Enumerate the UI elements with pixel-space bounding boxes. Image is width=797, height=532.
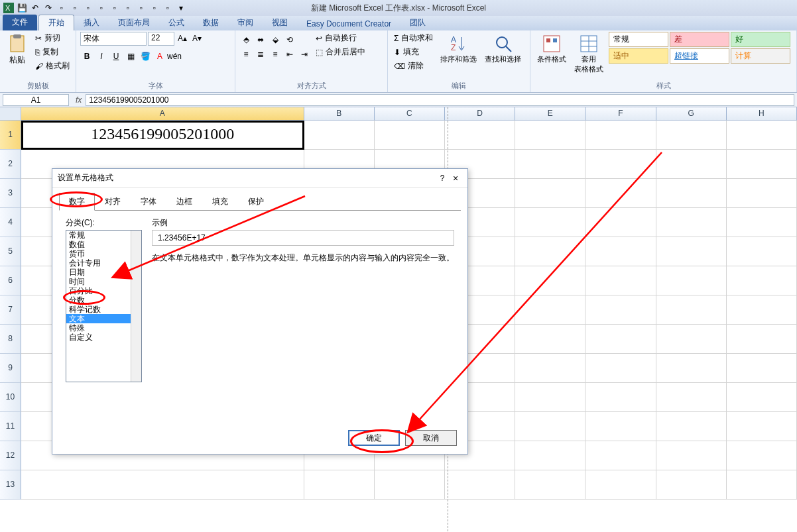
qat-icon[interactable]: ▫ [109, 2, 121, 14]
tab-home[interactable]: 开始 [38, 15, 74, 30]
cell[interactable] [656, 441, 727, 470]
cell[interactable] [727, 412, 797, 441]
save-icon[interactable]: 💾 [16, 2, 28, 14]
cell[interactable] [585, 470, 656, 500]
cell[interactable] [515, 237, 585, 266]
row-header-10[interactable]: 10 [0, 383, 21, 412]
cell[interactable] [515, 179, 585, 208]
cell[interactable] [656, 412, 727, 441]
row-header-11[interactable]: 11 [0, 412, 21, 441]
style-link[interactable]: 超链接 [670, 48, 729, 64]
grow-font-button[interactable]: A▴ [176, 32, 189, 45]
row-header-12[interactable]: 12 [0, 441, 21, 470]
cell[interactable] [585, 354, 656, 383]
cell[interactable] [515, 266, 585, 295]
cell[interactable] [515, 121, 585, 150]
cell[interactable] [304, 470, 375, 500]
cell[interactable] [727, 266, 797, 295]
format-as-table-button[interactable]: 套用 表格格式 [572, 32, 606, 76]
dlg-tab-alignment[interactable]: 对齐 [95, 193, 131, 211]
dlg-tab-protection[interactable]: 保护 [238, 193, 274, 211]
tab-edc[interactable]: Easy Document Creator [297, 17, 400, 30]
cell[interactable] [515, 354, 585, 383]
col-header-d[interactable]: D [445, 107, 515, 120]
style-bad[interactable]: 差 [670, 32, 729, 47]
tab-formulas[interactable]: 公式 [159, 15, 194, 30]
qat-icon[interactable]: ▫ [149, 2, 160, 14]
cell[interactable] [727, 383, 797, 412]
underline-button[interactable]: U [109, 50, 123, 63]
merge-center-button[interactable]: ⬚合并后居中 [314, 46, 367, 58]
cell[interactable] [585, 295, 656, 325]
cell[interactable] [585, 179, 656, 208]
border-button[interactable]: ▦ [124, 50, 137, 63]
row-header-7[interactable]: 7 [0, 295, 21, 325]
style-normal[interactable]: 常规 [609, 32, 668, 47]
cell[interactable] [727, 295, 797, 325]
cell[interactable] [445, 121, 515, 150]
formula-input[interactable]: 123456199005201000 [86, 94, 794, 106]
col-header-e[interactable]: E [515, 107, 585, 120]
indent-dec-button[interactable]: ⇤ [283, 48, 296, 61]
fx-icon[interactable]: fx [72, 95, 86, 105]
clear-button[interactable]: ⌫清除 [392, 60, 435, 72]
select-all-corner[interactable] [0, 107, 21, 120]
row-header-9[interactable]: 9 [0, 354, 21, 383]
col-header-h[interactable]: H [727, 107, 797, 120]
cell[interactable] [515, 470, 585, 500]
row-header-4[interactable]: 4 [0, 208, 21, 237]
cell[interactable] [656, 383, 727, 412]
cell[interactable] [375, 470, 445, 500]
cell[interactable] [585, 150, 656, 179]
align-center-button[interactable]: ≣ [254, 48, 267, 61]
row-header-1[interactable]: 1 [0, 121, 21, 150]
cell[interactable] [585, 237, 656, 266]
cell[interactable] [656, 150, 727, 179]
sort-filter-button[interactable]: AZ排序和筛选 [438, 32, 479, 66]
col-header-a[interactable]: A [21, 107, 304, 120]
tab-insert[interactable]: 插入 [74, 15, 109, 30]
row-header-13[interactable]: 13 [0, 470, 21, 500]
row-header-3[interactable]: 3 [0, 179, 21, 208]
category-scrollbar[interactable] [131, 231, 141, 382]
font-name-select[interactable]: 宋体 [80, 32, 147, 46]
cond-format-button[interactable]: 条件格式 [534, 32, 569, 66]
dialog-help-button[interactable]: ? [436, 174, 449, 183]
ok-button[interactable]: 确定 [348, 430, 400, 446]
tab-team[interactable]: 团队 [400, 15, 435, 30]
name-box[interactable]: A1 [3, 94, 69, 106]
tab-view[interactable]: 视图 [263, 15, 297, 30]
cell[interactable] [585, 383, 656, 412]
style-neutral[interactable]: 适中 [609, 48, 668, 64]
cell[interactable] [656, 179, 727, 208]
align-left-button[interactable]: ≡ [239, 48, 253, 61]
dlg-tab-fill[interactable]: 填充 [202, 193, 238, 211]
italic-button[interactable]: I [95, 50, 108, 63]
fill-button[interactable]: ⬇填充 [392, 46, 435, 58]
row-header-2[interactable]: 2 [0, 150, 21, 179]
cell[interactable] [304, 121, 375, 150]
cell[interactable] [585, 121, 656, 150]
cell[interactable] [727, 150, 797, 179]
cell[interactable] [656, 237, 727, 266]
cell[interactable] [656, 208, 727, 237]
undo-icon[interactable]: ↶ [29, 2, 41, 14]
copy-button[interactable]: ⎘复制 [33, 46, 72, 58]
fill-color-button[interactable]: 🪣 [139, 50, 152, 63]
shrink-font-button[interactable]: A▾ [190, 32, 204, 45]
qat-icon[interactable]: ▫ [69, 2, 81, 14]
cell[interactable] [585, 441, 656, 470]
row-header-5[interactable]: 5 [0, 237, 21, 266]
col-header-c[interactable]: C [375, 107, 445, 120]
phonetic-button[interactable]: wén [168, 50, 181, 63]
align-top-button[interactable]: ⬘ [239, 33, 253, 46]
cell[interactable] [515, 150, 585, 179]
cell[interactable] [515, 325, 585, 354]
dlg-tab-number[interactable]: 数字 [59, 193, 95, 211]
col-header-b[interactable]: B [304, 107, 375, 120]
col-header-g[interactable]: G [656, 107, 727, 120]
cell[interactable] [727, 470, 797, 500]
cell[interactable] [515, 412, 585, 441]
cell[interactable] [585, 325, 656, 354]
cell[interactable] [727, 354, 797, 383]
